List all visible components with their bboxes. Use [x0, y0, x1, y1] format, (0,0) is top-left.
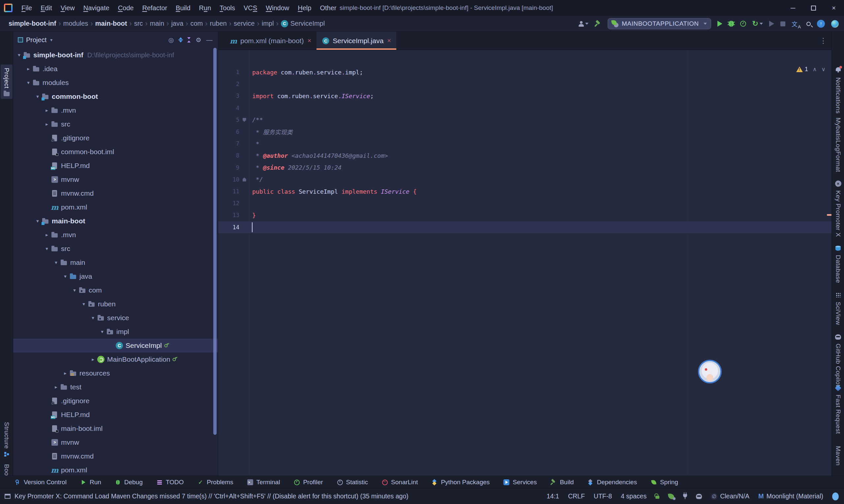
- plugin-icon[interactable]: [683, 494, 687, 498]
- sidebar-tab-project[interactable]: Project: [1, 65, 13, 99]
- breadcrumb-item[interactable]: java: [171, 20, 183, 28]
- run-configuration-select[interactable]: MAINBOOTAPPLICATION: [608, 18, 711, 29]
- tree-item-modules[interactable]: ▾modules: [13, 76, 218, 90]
- menu-edit[interactable]: Edit: [36, 0, 56, 16]
- tree-chevron-icon[interactable]: ▾: [61, 273, 69, 280]
- tree-chevron-icon[interactable]: ▸: [24, 66, 32, 72]
- profile-button[interactable]: [740, 21, 746, 27]
- debug-button[interactable]: [729, 21, 734, 27]
- tree-item-serviceimpl[interactable]: CServiceImpl: [13, 339, 218, 353]
- update-project-button[interactable]: ↑: [817, 20, 825, 28]
- toolwindow-button-sonarlint[interactable]: SonarLint: [382, 479, 418, 486]
- right-stripe-tab-notifications[interactable]: Notifications: [832, 77, 844, 114]
- tree-item-ruben[interactable]: ▾ruben: [13, 297, 218, 311]
- tree-item-mvnw[interactable]: >mvnw: [13, 173, 218, 186]
- toolwindow-button-terminal[interactable]: >_Terminal: [247, 479, 280, 486]
- tree-chevron-icon[interactable]: ▸: [43, 232, 51, 238]
- right-stripe-tab-key-promoter-x[interactable]: Key Promoter X: [832, 191, 844, 237]
- tree-item--mvn[interactable]: ▸.mvn: [13, 228, 218, 242]
- breadcrumb-item[interactable]: modules: [63, 20, 88, 28]
- toolwindow-button-services[interactable]: Services: [503, 479, 537, 486]
- settings-gear-button[interactable]: ⚙: [194, 36, 203, 44]
- tree-chevron-icon[interactable]: ▾: [34, 218, 41, 224]
- right-stripe-tab-fast-request[interactable]: Fast Request: [832, 395, 844, 434]
- toolwindow-button-profiler[interactable]: Profiler: [294, 479, 323, 486]
- tree-item-mvnw[interactable]: >mvnw: [13, 435, 218, 449]
- minimize-button[interactable]: ─: [783, 0, 803, 16]
- tree-chevron-icon[interactable]: ▾: [71, 287, 79, 293]
- menu-navigate[interactable]: Navigate: [79, 0, 114, 16]
- toolwindow-button-dependencies[interactable]: Dependencies: [587, 479, 637, 486]
- editor-tab-serviceimpl-java[interactable]: CServiceImpl.java×: [316, 32, 396, 50]
- menu-vcs[interactable]: VCS: [239, 0, 261, 16]
- toolwindow-button-spring[interactable]: Spring: [651, 479, 678, 486]
- toolwindow-button-problems[interactable]: ✓Problems: [197, 479, 233, 486]
- tree-item-help-md[interactable]: MDHELP.md: [13, 408, 218, 422]
- rerun-button[interactable]: ↻: [752, 20, 763, 27]
- key-promoter-icon[interactable]: ×: [835, 181, 841, 187]
- tree-chevron-icon[interactable]: ▾: [89, 315, 97, 321]
- database-icon[interactable]: [836, 246, 841, 251]
- tree-chevron-icon[interactable]: ▾: [24, 80, 32, 86]
- tree-item--mvn[interactable]: ▸.mvn: [13, 104, 218, 117]
- search-everywhere-button[interactable]: [806, 22, 811, 26]
- tree-item-common-boot[interactable]: ▾common-boot: [13, 90, 218, 104]
- run-button[interactable]: [718, 21, 722, 27]
- menu-help[interactable]: Help: [293, 0, 315, 16]
- tree-item-test[interactable]: ▸test: [13, 380, 218, 394]
- close-button[interactable]: ×: [824, 0, 844, 16]
- menu-file[interactable]: File: [17, 0, 36, 16]
- menu-window[interactable]: Window: [261, 0, 293, 16]
- menu-build[interactable]: Build: [171, 0, 194, 16]
- right-stripe-tab-maven[interactable]: Maven: [832, 446, 844, 466]
- tree-item-mainbootapplication[interactable]: ▸MainBootApplication: [13, 353, 218, 366]
- fold-marker-icon[interactable]: [243, 118, 246, 122]
- locate-file-button[interactable]: ◎: [167, 36, 175, 44]
- tree-item-common-boot-iml[interactable]: common-boot.iml: [13, 145, 218, 159]
- breadcrumb-item[interactable]: com: [190, 20, 203, 28]
- fold-marker-icon[interactable]: [243, 178, 246, 181]
- grid-icon[interactable]: [836, 292, 841, 298]
- notification-dot-icon[interactable]: [832, 492, 839, 500]
- tree-item--gitignore[interactable]: ∅.gitignore: [13, 131, 218, 145]
- toolwindow-button-debug[interactable]: Debug: [115, 479, 143, 486]
- menu-other[interactable]: Other: [315, 0, 341, 16]
- tree-item-impl[interactable]: ▾impl: [13, 325, 218, 339]
- breadcrumb-item[interactable]: impl: [262, 20, 274, 28]
- tree-chevron-icon[interactable]: ▾: [34, 93, 41, 100]
- tree-item-src[interactable]: ▸src: [13, 117, 218, 131]
- toolwindow-button-python-packages[interactable]: Python Packages: [432, 479, 489, 486]
- menu-view[interactable]: View: [56, 0, 79, 16]
- line-ending-widget[interactable]: CRLF: [568, 492, 585, 500]
- tree-item-main[interactable]: ▾main: [13, 256, 218, 269]
- maximize-button[interactable]: [803, 0, 824, 16]
- toolwindow-button-build[interactable]: Build: [551, 479, 574, 486]
- menu-code[interactable]: Code: [114, 0, 138, 16]
- tree-chevron-icon[interactable]: ▾: [43, 246, 51, 252]
- tree-item-help-md[interactable]: MDHELP.md: [13, 159, 218, 173]
- menu-run[interactable]: Run: [195, 0, 216, 16]
- right-stripe-tab-database[interactable]: Database: [832, 255, 844, 283]
- breadcrumb-item[interactable]: src: [134, 20, 143, 28]
- tree-item-src[interactable]: ▾src: [13, 242, 218, 256]
- breadcrumb-item[interactable]: simple-boot-inf: [8, 20, 56, 28]
- sidebar-tab-structure[interactable]: Structure: [0, 422, 13, 456]
- breadcrumb-item[interactable]: ruben: [210, 20, 227, 28]
- tree-chevron-icon[interactable]: ▾: [98, 329, 106, 335]
- project-scrollbar[interactable]: [213, 48, 217, 435]
- user-menu-button[interactable]: [579, 21, 588, 26]
- right-stripe-tab-github-copilot[interactable]: GitHub Copilot: [832, 344, 844, 387]
- copilot-icon[interactable]: [835, 334, 841, 340]
- theme-widget[interactable]: M Moonlight (Material): [758, 492, 823, 500]
- toolwindow-button-version-control[interactable]: Version Control: [15, 479, 67, 486]
- tree-item-service[interactable]: ▾service: [13, 311, 218, 325]
- status-message-area[interactable]: Key Promoter X: Command Load Maven Chang…: [0, 492, 409, 500]
- spring-boot-gear-icon[interactable]: [668, 493, 674, 499]
- copilot-status-icon[interactable]: [696, 494, 702, 499]
- tree-item-com[interactable]: ▾com: [13, 283, 218, 297]
- tree-item-simple-boot-inf[interactable]: ▾simple-boot-infD:\file\projects\simple-…: [13, 48, 218, 62]
- translate-button[interactable]: 文A: [792, 19, 800, 28]
- right-stripe-tab-sciview[interactable]: SciView: [832, 302, 844, 325]
- breadcrumb-item[interactable]: main: [150, 20, 164, 28]
- bell-icon[interactable]: [836, 67, 841, 71]
